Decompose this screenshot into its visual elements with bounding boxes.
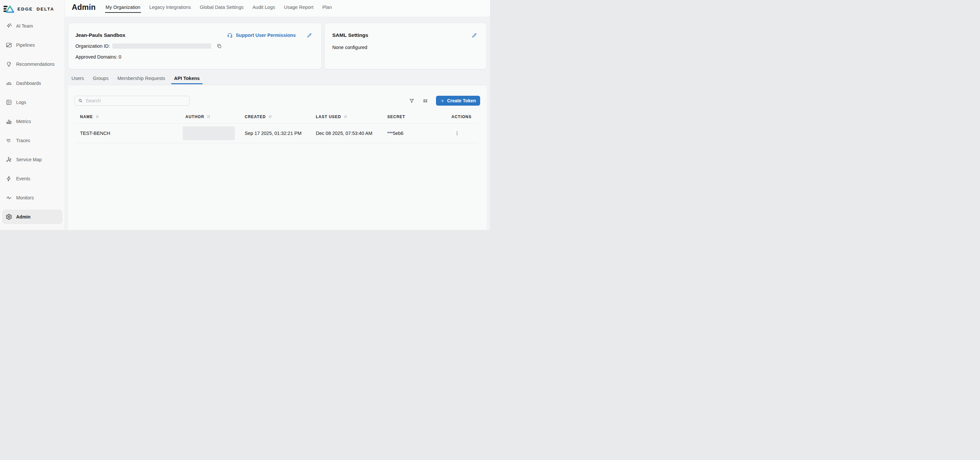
edge-delta-logo-icon: [3, 5, 15, 13]
headset-icon: [227, 32, 233, 38]
column-header-author: AUTHOR: [185, 114, 245, 119]
sort-icon[interactable]: [207, 114, 211, 119]
search-input[interactable]: [86, 98, 186, 103]
row-actions-kebab-icon[interactable]: [455, 131, 460, 136]
tokens-toolbar: Create Token: [75, 96, 480, 106]
sidebar-item-label: Events: [16, 176, 30, 181]
plus-icon: [440, 99, 445, 103]
saml-status-text: None configured: [332, 45, 486, 50]
token-created-cell: Sep 17 2025, 01:32:21 PM: [245, 131, 316, 136]
top-header: Admin My Organization Legacy Integration…: [65, 0, 490, 17]
admin-tabs: My Organization Legacy Integrations Glob…: [106, 0, 332, 17]
organization-id-value-redacted: [112, 43, 211, 49]
sidebar-item-label: Logs: [16, 100, 26, 105]
create-token-label: Create Token: [447, 98, 476, 103]
lightbulb-icon: [6, 61, 12, 67]
service-map-icon: [6, 156, 12, 163]
column-header-name: NAME: [75, 114, 185, 119]
edge-delta-admin-app: EDGE DELTA AI Team Pipelines Recommendat…: [0, 0, 490, 230]
column-header-last-used: LAST USED: [316, 114, 387, 119]
sidebar-nav: AI Team Pipelines Recommendations Dashbo…: [0, 19, 65, 224]
sidebar-item-pipelines[interactable]: Pipelines: [2, 38, 62, 52]
author-value-redacted: [183, 126, 235, 140]
table-row: TEST-BENCH Sep 17 2025, 01:32:21 PM Dec …: [75, 124, 478, 143]
tab-api-tokens[interactable]: API Tokens: [174, 75, 200, 84]
logs-icon: [6, 99, 12, 106]
tab-membership-requests[interactable]: Membership Requests: [117, 75, 165, 84]
token-author-cell: [185, 126, 245, 140]
sidebar-item-label: Service Map: [16, 157, 42, 162]
sort-icon[interactable]: [268, 114, 272, 119]
sidebar-item-ai-team[interactable]: AI Team: [2, 19, 62, 33]
page-title: Admin: [72, 0, 96, 14]
table-header-row: NAME AUTHOR CREATED LAST USED: [75, 110, 478, 124]
sidebar-item-label: Recommendations: [16, 62, 55, 67]
organization-card: Jean-Pauls Sandbox Support User Permissi…: [68, 23, 322, 70]
pulse-icon: [6, 195, 12, 201]
sidebar-item-service-map[interactable]: Service Map: [2, 152, 62, 167]
sidebar-item-label: Dashboards: [16, 81, 41, 86]
create-token-button[interactable]: Create Token: [436, 96, 480, 106]
sidebar-item-label: Admin: [16, 214, 30, 219]
tab-users[interactable]: Users: [72, 75, 84, 84]
sidebar-item-metrics[interactable]: Metrics: [2, 114, 62, 128]
columns-icon[interactable]: [423, 98, 428, 104]
sidebar-item-label: Metrics: [16, 119, 31, 124]
sidebar-item-label: Pipelines: [16, 43, 35, 48]
filter-icon[interactable]: [409, 98, 415, 104]
search-box: [75, 96, 190, 106]
main-content: Jean-Pauls Sandbox Support User Permissi…: [65, 17, 490, 230]
sidebar-item-label: AI Team: [16, 23, 33, 29]
sidebar-item-dashboards[interactable]: Dashboards: [2, 76, 62, 90]
sort-icon[interactable]: [344, 114, 348, 119]
bar-chart-icon: [6, 118, 12, 125]
copy-icon[interactable]: [217, 43, 222, 49]
token-last-used-cell: Dec 08 2025, 07:53:40 AM: [316, 131, 387, 136]
organization-name: Jean-Pauls Sandbox: [75, 32, 126, 38]
saml-settings-card: SAML Settings None configured: [325, 23, 487, 70]
sidebar-item-logs[interactable]: Logs: [2, 95, 62, 109]
api-tokens-panel: Create Token NAME AUTHOR CREATED: [68, 84, 487, 230]
lightning-icon: [6, 175, 12, 182]
token-secret-cell: ***5eb6: [387, 131, 446, 136]
sidebar-item-traces[interactable]: Traces: [2, 133, 62, 148]
saml-settings-title: SAML Settings: [332, 32, 368, 38]
sidebar-item-label: Traces: [16, 138, 30, 143]
tab-usage-report[interactable]: Usage Report: [284, 0, 313, 17]
tokens-table: NAME AUTHOR CREATED LAST USED: [75, 110, 478, 143]
organization-id-label: Organization ID:: [75, 43, 110, 49]
tab-legacy-integrations[interactable]: Legacy Integrations: [149, 0, 191, 17]
gauge-icon: [6, 80, 12, 87]
brand-name: EDGE DELTA: [18, 6, 54, 11]
tab-global-data-settings[interactable]: Global Data Settings: [200, 0, 244, 17]
sidebar-item-recommendations[interactable]: Recommendations: [2, 57, 62, 71]
ai-sparkle-icon: [6, 23, 12, 29]
approved-domains: Approved Domains: 0: [75, 54, 321, 60]
column-header-actions: ACTIONS: [446, 114, 478, 119]
sidebar-item-admin[interactable]: Admin: [2, 209, 62, 224]
edit-saml-icon[interactable]: [472, 33, 477, 38]
sort-icon[interactable]: [95, 114, 99, 119]
pipelines-icon: [6, 42, 12, 48]
column-header-secret: SECRET: [387, 114, 446, 119]
gear-icon: [6, 214, 12, 220]
org-section-tabs: Users Groups Membership Requests API Tok…: [72, 75, 200, 84]
support-link-label: Support User Permissions: [236, 33, 296, 38]
sidebar-item-label: Monitors: [16, 195, 34, 200]
sidebar-item-events[interactable]: Events: [2, 171, 62, 186]
tab-plan[interactable]: Plan: [322, 0, 332, 17]
traces-icon: [6, 137, 12, 144]
sidebar: EDGE DELTA AI Team Pipelines Recommendat…: [0, 0, 65, 230]
column-header-created: CREATED: [245, 114, 316, 119]
tab-my-organization[interactable]: My Organization: [106, 0, 141, 17]
sidebar-item-monitors[interactable]: Monitors: [2, 190, 62, 205]
tab-audit-logs[interactable]: Audit Logs: [253, 0, 275, 17]
token-name-cell: TEST-BENCH: [75, 131, 185, 136]
edit-organization-icon[interactable]: [307, 33, 312, 38]
edge-delta-logo[interactable]: EDGE DELTA: [3, 4, 65, 14]
support-user-permissions-link[interactable]: Support User Permissions: [227, 32, 296, 38]
search-icon: [78, 98, 83, 103]
tab-groups[interactable]: Groups: [93, 75, 109, 84]
